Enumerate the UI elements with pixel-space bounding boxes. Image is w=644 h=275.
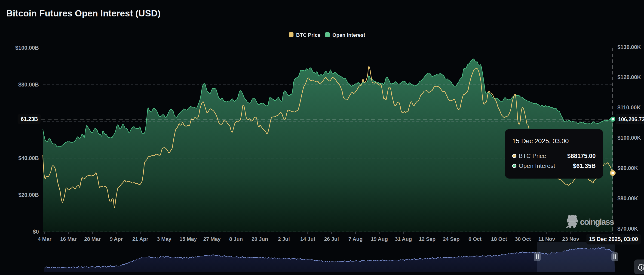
svg-text:7 Aug: 7 Aug [348,236,363,242]
svg-text:$40.00B: $40.00B [18,155,39,161]
svg-text:15 May: 15 May [180,236,197,242]
svg-text:$61.35B: $61.35B [573,162,596,169]
svg-text:14 Jul: 14 Jul [300,236,315,242]
svg-text:18 Oct: 18 Oct [491,236,507,242]
svg-text:$70.00K: $70.00K [618,226,638,232]
svg-text:24 Sep: 24 Sep [443,236,460,242]
svg-text:21 Apr: 21 Apr [132,236,148,242]
svg-text:23 Nov: 23 Nov [562,236,579,242]
svg-text:19 Aug: 19 Aug [371,236,388,242]
svg-text:$90.00K: $90.00K [618,165,638,171]
svg-text:$0: $0 [33,229,39,235]
svg-text:8 Jun: 8 Jun [229,236,243,242]
svg-text:30 Oct: 30 Oct [515,236,531,242]
svg-text:4 Mar: 4 Mar [38,236,52,242]
svg-text:$88175.00: $88175.00 [567,152,596,159]
svg-text:$110.00K: $110.00K [618,105,641,111]
svg-text:BTC Price: BTC Price [296,32,320,38]
svg-text:$100.00B: $100.00B [15,45,39,51]
svg-text:11 Nov: 11 Nov [538,236,555,242]
svg-text:15 Dec 2025, 03:00: 15 Dec 2025, 03:00 [589,236,638,242]
svg-text:16 Mar: 16 Mar [60,236,77,242]
svg-text:$120.00K: $120.00K [618,74,641,80]
svg-text:Open Interest: Open Interest [332,32,365,38]
svg-text:12 Sep: 12 Sep [419,236,436,242]
svg-text:3 May: 3 May [157,236,172,242]
svg-text:27 May: 27 May [203,236,221,242]
svg-text:$80.00K: $80.00K [618,195,638,201]
svg-text:$100.00K: $100.00K [618,135,641,141]
svg-text:61.23B: 61.23B [21,116,38,122]
svg-text:106,206.73: 106,206.73 [618,116,644,122]
svg-text:$20.00B: $20.00B [18,192,39,198]
svg-text:Bitcoin Futures Open Interest: Bitcoin Futures Open Interest (USD) [6,8,160,18]
svg-text:6 Oct: 6 Oct [468,236,482,242]
svg-text:$80.00B: $80.00B [18,82,39,88]
svg-text:31 Aug: 31 Aug [395,236,412,242]
svg-text:26 Jul: 26 Jul [324,236,339,242]
svg-text:Open Interest: Open Interest [519,162,555,169]
svg-text:2 Jul: 2 Jul [278,236,290,242]
svg-text:28 Mar: 28 Mar [84,236,101,242]
svg-text:15 Dec 2025, 03:00: 15 Dec 2025, 03:00 [512,137,569,145]
svg-text:coinglass: coinglass [580,217,614,227]
svg-text:BTC Price: BTC Price [519,152,546,159]
svg-text:$130.00K: $130.00K [618,44,641,50]
svg-text:20 Jun: 20 Jun [252,236,268,242]
svg-text:9 Apr: 9 Apr [110,236,123,242]
